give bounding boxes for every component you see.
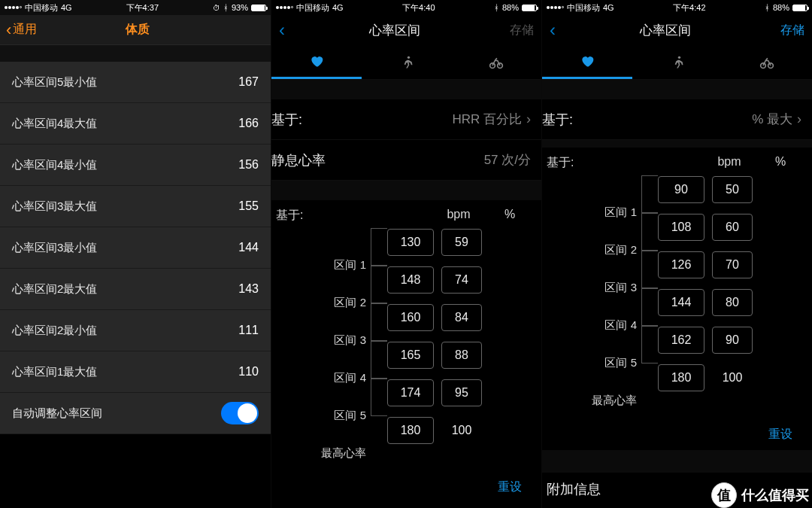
network-label: 4G [61, 3, 72, 12]
tab-run[interactable] [362, 45, 452, 79]
zone-bpm-input[interactable]: 160 [387, 304, 434, 331]
reset-button[interactable]: 重设 [271, 472, 534, 498]
zone-label: 区间 3 [604, 269, 641, 306]
back-button[interactable]: ‹ [279, 20, 285, 41]
network-label: 4G [332, 3, 344, 12]
zone-bpm-input[interactable]: 126 [658, 251, 704, 278]
row-label: 心率区间3最小值 [12, 241, 97, 255]
based-on-row[interactable]: 基于: HRR 百分比› [271, 99, 541, 140]
row-label: 心率区间1最大值 [12, 365, 97, 379]
zone-labels: 区间 1 区间 2 区间 3 区间 4 区间 5 最高心率 [542, 171, 641, 419]
signal-dots-icon [547, 6, 564, 9]
zone-pct-input[interactable]: 59 [441, 229, 482, 256]
zone-label: 区间 5 [604, 344, 641, 382]
zone-bpm-input[interactable]: 148 [387, 266, 434, 294]
navbar: ‹ 心率区间 存储 [271, 15, 541, 45]
zone-header: 基于: bpm % [542, 155, 804, 171]
watermark-text: 什么值得买 [741, 486, 809, 504]
row-value: 156 [238, 158, 259, 172]
zone-header-pct: % [486, 208, 534, 224]
row-value: 167 [238, 75, 259, 89]
zone-pct-input[interactable]: 50 [712, 176, 753, 203]
list-row[interactable]: 心率区间1最大值110 [0, 351, 271, 393]
save-button[interactable]: 存储 [504, 23, 534, 38]
zone-bpm-input[interactable]: 108 [658, 214, 704, 241]
list-row[interactable]: 心率区间3最小值144 [0, 227, 271, 269]
reset-button[interactable]: 重设 [542, 419, 804, 446]
row-label: 心率区间2最大值 [12, 282, 97, 297]
chevron-right-icon: › [797, 111, 801, 127]
list-row[interactable]: 心率区间2最小值111 [0, 310, 271, 351]
list-row[interactable]: 心率区间2最大值143 [0, 269, 271, 310]
status-bar: 中国移动 4G 下午4:40 ᚼ 88% [271, 0, 541, 15]
tab-run[interactable] [632, 45, 723, 79]
zone-pct-input[interactable]: 80 [712, 289, 753, 316]
based-on-label: 基于: [271, 111, 302, 129]
zone-block: 基于: bpm % 区间 1 区间 2 区间 3 区间 4 区间 5 最高心率 … [271, 200, 541, 503]
tab-bike[interactable] [451, 45, 541, 79]
row-value: 155 [238, 199, 259, 213]
zone-bpm-input[interactable]: 174 [387, 379, 434, 406]
zone-values: 13059 14874 16084 16588 17495 180100 [387, 224, 534, 446]
back-button[interactable]: ‹ [550, 20, 556, 41]
zone-pct-input[interactable]: 88 [441, 342, 482, 369]
row-label: 心率区间5最小值 [12, 75, 97, 90]
zone-pct-input[interactable]: 60 [712, 214, 753, 241]
zone-bpm-input[interactable]: 144 [658, 289, 704, 316]
page-title: 体质 [11, 22, 265, 38]
list-row[interactable]: 心率区间3最大值155 [0, 186, 271, 227]
row-label: 心率区间4最小值 [12, 158, 97, 172]
zone-label: 区间 3 [334, 321, 371, 359]
bluetooth-icon: ᚼ [765, 3, 770, 12]
zone-bpm-input[interactable]: 162 [658, 327, 704, 354]
zone-brackets [371, 224, 387, 416]
resting-hr-row[interactable]: 静息心率 57 次/分 [271, 140, 541, 181]
row-label: 心率区间3最大值 [12, 199, 97, 214]
zone-pct-input[interactable]: 74 [441, 266, 482, 294]
list-row[interactable]: 心率区间4最小值156 [0, 144, 271, 186]
resting-label: 静息心率 [271, 151, 326, 169]
zone-bpm-input[interactable]: 165 [387, 342, 434, 369]
zone-pct-input[interactable]: 95 [441, 379, 482, 406]
row-value: 144 [238, 241, 259, 254]
based-on-row[interactable]: 基于: % 最大› [542, 99, 812, 140]
zone-header-bpm: bpm [702, 155, 756, 171]
svg-point-3 [677, 56, 680, 58]
row-value: 110 [238, 365, 259, 379]
page-title: 心率区间 [285, 22, 504, 39]
zone-bpm-input[interactable]: 130 [387, 229, 434, 256]
auto-adjust-toggle-row: 自动调整心率区间 [0, 393, 271, 434]
tab-heart[interactable] [542, 45, 632, 79]
tab-heart[interactable] [271, 45, 362, 79]
zone-pct-value: 100 [441, 424, 482, 437]
list-row[interactable]: 心率区间5最小值167 [0, 62, 271, 103]
zone-header-label: 基于: [271, 208, 362, 224]
zone-bpm-input[interactable]: 180 [658, 364, 704, 391]
signal-dots-icon [5, 6, 22, 9]
save-button[interactable]: 存储 [774, 23, 804, 38]
auto-adjust-toggle[interactable] [221, 402, 259, 424]
tab-bike[interactable] [722, 45, 812, 79]
zone-label-max: 最高心率 [321, 434, 371, 472]
row-label: 心率区间2最小值 [12, 324, 97, 338]
watermark-badge: 值 [711, 482, 737, 508]
zone-pct-input[interactable]: 84 [441, 304, 482, 331]
svg-point-4 [761, 62, 766, 68]
hr-zone-list: 心率区间5最小值167 心率区间4最大值166 心率区间4最小值156 心率区间… [0, 62, 271, 434]
signal-dots-icon [276, 6, 293, 9]
based-on-label: 基于: [542, 111, 573, 129]
status-bar: 中国移动 4G 下午4:42 ᚼ 88% [542, 0, 812, 15]
row-value: 166 [238, 117, 259, 130]
zone-pct-input[interactable]: 90 [712, 327, 753, 354]
zone-pct-input[interactable]: 70 [712, 251, 753, 278]
zone-header-bpm: bpm [432, 208, 486, 224]
zone-bpm-input[interactable]: 180 [387, 417, 434, 444]
zone-bpm-input[interactable]: 90 [658, 176, 704, 203]
zone-block: 基于: bpm % 区间 1 区间 2 区间 3 区间 4 区间 5 最高心率 … [542, 148, 812, 450]
page-title: 心率区间 [556, 22, 774, 39]
battery-pct: 88% [502, 3, 519, 12]
carrier-label: 中国移动 [25, 2, 58, 14]
list-row[interactable]: 心率区间4最大值166 [0, 103, 271, 144]
svg-point-2 [498, 62, 503, 68]
heart-icon [580, 53, 595, 68]
